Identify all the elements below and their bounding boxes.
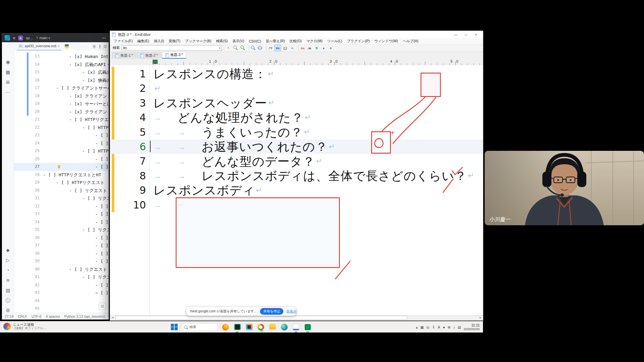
separator[interactable]	[247, 45, 249, 51]
chevron-down-icon[interactable]: ▾	[219, 47, 220, 50]
menu-item[interactable]: 比較(O)	[287, 39, 304, 44]
find-icon[interactable]	[250, 45, 256, 51]
project-name[interactable]: ap…	[26, 36, 34, 40]
status-item[interactable]: 27:19	[5, 314, 13, 318]
outline-row[interactable]: 40 - [ ] リクエスト	[14, 265, 109, 274]
chrome-icon[interactable]	[258, 324, 264, 330]
editor-line[interactable]: 5 →→うまくいったの？↵	[110, 125, 483, 139]
pycharm-title-bar[interactable]: ≡ a ap… Y main ▾ —	[2, 34, 109, 42]
status-dot-icon[interactable]: ●	[443, 325, 445, 329]
python-icon[interactable]	[65, 44, 69, 48]
problems-icon[interactable]: ⓘ	[6, 298, 10, 303]
firefox-icon[interactable]	[221, 323, 230, 331]
plugins-icon[interactable]: ⊞	[6, 80, 10, 84]
structure-view-icon[interactable]: ≡	[92, 44, 96, 49]
status-item[interactable]: CRLF	[18, 314, 27, 318]
horizontal-scrollbar[interactable]: ◄ ►	[110, 315, 483, 320]
outline-row[interactable]: 33 - [ ]	[14, 210, 109, 218]
editor-line[interactable]: 10 →↵	[110, 198, 483, 212]
outline-row[interactable]: 14 - [x] 広義のAPI・狭義	[14, 61, 109, 69]
find-next-icon[interactable]	[239, 45, 246, 51]
taskbar-search[interactable]: 検索	[181, 323, 218, 331]
incremental-search-icon[interactable]: ⇅	[314, 45, 320, 51]
find-previous-icon[interactable]	[232, 45, 238, 51]
outline-row[interactable]: 35 - [ ] リクエ	[14, 226, 109, 234]
maximize-button[interactable]: □	[461, 33, 471, 37]
split-editor-icon[interactable]: ∥	[99, 44, 101, 49]
outline-row[interactable]: 27 - [ ] HTTP	[14, 163, 109, 171]
menu-item[interactable]: ツール(L)	[325, 39, 344, 44]
structure-icon[interactable]: ▦	[6, 70, 10, 74]
escape-sequence-icon[interactable]: ¥n	[274, 45, 281, 51]
outline-row[interactable]: 23 - [ ] HTTP	[14, 131, 109, 139]
outline-row[interactable]: 45 ~	[14, 305, 109, 313]
fuzzy-match-icon[interactable]: ≈	[289, 45, 295, 51]
menu-item[interactable]: 表示(V)	[230, 39, 247, 44]
text-editing-area[interactable]: 1 レスポンスの構造：↵ 2 ↵ 3 レスポンスヘッダー↵ 4	[110, 65, 483, 315]
touch-keyboard-icon[interactable]: ▤	[458, 325, 461, 329]
outline-row[interactable]: 21 - [ ] HTTPリクエスト	[14, 116, 109, 124]
advanced-filter-icon[interactable]: *	[225, 45, 231, 51]
menu-item[interactable]: 挿入(I)	[151, 39, 166, 44]
taskbar-clock[interactable]: 11:11 2025/02/04	[464, 323, 480, 331]
scroll-right-icon[interactable]: ►	[478, 315, 483, 320]
editor-floating-button[interactable]: ⊡	[99, 303, 106, 310]
results-list-icon[interactable]: ≡	[328, 45, 334, 51]
close-tab-icon[interactable]: ×	[58, 44, 60, 48]
outline-row[interactable]: 37 - [ ] リクエ	[14, 242, 109, 250]
match-case-icon[interactable]: Aa	[300, 45, 306, 51]
git-branch-widget[interactable]: Y main ▾	[36, 36, 50, 40]
commit-icon[interactable]: ◉	[6, 60, 10, 64]
minimize-button[interactable]: —	[451, 33, 461, 37]
menu-item[interactable]: マクロ(M)	[304, 39, 325, 44]
editor-line[interactable]: 8 →→レスポンスボディは、全体で長さどのくらい？↵	[110, 169, 483, 183]
outline-row[interactable]: 15 - [x] 広義のAPI	[14, 68, 109, 76]
status-item[interactable]: Python 3.13 (api_lessons)	[64, 314, 105, 318]
outline-row[interactable]: 30 - [ ] リクエスト	[14, 187, 109, 195]
menu-item[interactable]: ファイル(F)	[111, 39, 135, 44]
outline-row[interactable]: 32 - [ ]	[14, 202, 109, 210]
outline-row[interactable]: 24 - [ ] HTTP	[14, 139, 109, 147]
menu-item[interactable]: 検索(S)	[214, 39, 230, 44]
layers-icon[interactable]: ≋	[6, 278, 10, 283]
regex-icon[interactable]: .*?	[267, 45, 273, 51]
outline-row[interactable]: 39 - [ ] その他	[14, 257, 109, 265]
file-explorer-icon[interactable]	[268, 323, 277, 331]
separator[interactable]	[264, 45, 266, 51]
outline-row[interactable]: 19 - [x] サーバーとは	[14, 100, 109, 108]
ime-a-icon[interactable]: A	[438, 325, 440, 329]
hidden-icons-chevron[interactable]: ▴	[416, 325, 418, 329]
hide-banner-link[interactable]: 非表示	[286, 309, 296, 314]
editor-tab[interactable]: M↓ api00_overview.md ×	[17, 42, 61, 51]
menu-item[interactable]: CSV(C)	[247, 39, 263, 43]
find-input[interactable]: ¥n ▾	[121, 45, 222, 51]
editor-line[interactable]: 9 レスポンスボディ↵	[110, 183, 483, 197]
outline-row[interactable]: 18 - [x] クライアントと(	[14, 92, 109, 100]
editor-line[interactable]: 7 →→どんな型のデータ？↵	[110, 154, 483, 168]
scroll-left-icon[interactable]: ◄	[110, 315, 115, 320]
menu-item[interactable]: 編集(E)	[135, 39, 151, 44]
more-tools-icon[interactable]: ⋯	[6, 90, 10, 95]
outline-row[interactable]: 41 - [ ] リクエ	[14, 273, 109, 281]
number-range-icon[interactable]: [.]	[282, 45, 288, 51]
stop-sharing-button[interactable]: 共有を停止	[260, 308, 283, 315]
main-menu-icon[interactable]: ≡	[13, 36, 15, 41]
project-badge[interactable]: a	[18, 36, 23, 41]
edge-icon[interactable]	[280, 323, 289, 331]
minimize-button[interactable]: —	[102, 36, 106, 40]
outline-row[interactable]: 29 - [ ] HTTPリクエスト	[14, 179, 109, 187]
network-icon[interactable]: ⊕	[447, 325, 450, 329]
outline-row[interactable]: 34 - [ ]	[14, 218, 109, 226]
bookmark-all-icon[interactable]: ●	[321, 45, 327, 51]
outline-row[interactable]: 28 - [ ] HTTPリクエストとHT	[14, 171, 109, 179]
photos-icon[interactable]	[245, 323, 254, 331]
outline-row[interactable]: 13 - [x] Human Inte	[14, 53, 109, 61]
tab-untitled-2[interactable]: 無題-2 *	[137, 52, 161, 59]
emeditor-title-bar[interactable]: 無題-3 * - EmEditor —□×	[110, 31, 483, 38]
start-button[interactable]	[171, 324, 178, 330]
outline-row[interactable]: 42 - [ ]	[14, 281, 109, 289]
editor-line[interactable]: 1 レスポンスの構造：↵	[110, 67, 483, 81]
outline-row[interactable]: 25 - [ ] HTTPレスポ	[14, 147, 109, 155]
menu-item[interactable]: ブックマーク(B)	[183, 39, 214, 44]
outline-row[interactable]: 44 ~	[14, 297, 109, 305]
